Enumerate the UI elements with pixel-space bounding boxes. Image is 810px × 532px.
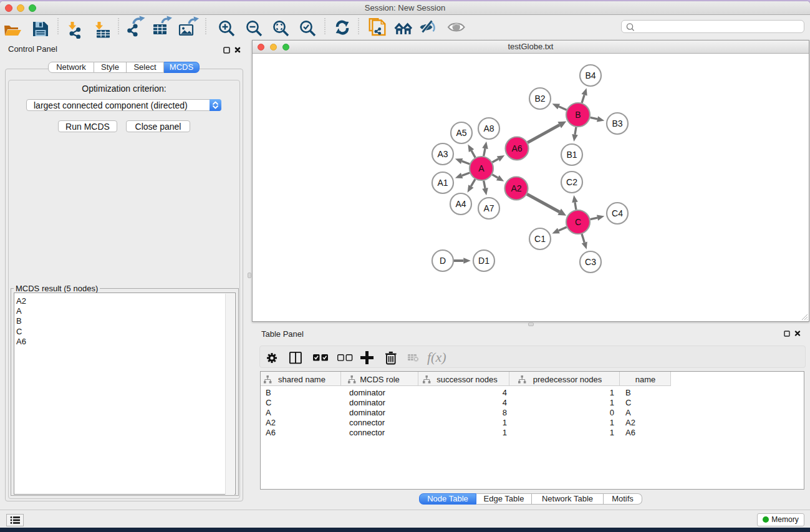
svg-text:C: C (575, 217, 581, 227)
svg-text:A2: A2 (511, 183, 521, 193)
svg-text:C3: C3 (585, 257, 596, 267)
svg-text:shared name: shared name (278, 375, 325, 384)
svg-text:B1: B1 (566, 150, 577, 160)
svg-text:D: D (440, 256, 446, 266)
svg-text:B3: B3 (612, 118, 622, 128)
svg-text:A: A (478, 163, 485, 173)
svg-text:name: name (635, 375, 656, 384)
svg-text:successor nodes: successor nodes (436, 375, 498, 384)
svg-text:A1: A1 (437, 178, 448, 188)
svg-text:A3: A3 (437, 149, 448, 159)
svg-text:B4: B4 (585, 70, 595, 80)
svg-text:MCDS role: MCDS role (360, 375, 400, 384)
svg-text:A8: A8 (483, 123, 494, 133)
svg-text:D1: D1 (478, 256, 489, 266)
svg-text:B: B (575, 110, 581, 120)
svg-text:B2: B2 (534, 94, 545, 104)
svg-text:A6: A6 (511, 143, 522, 153)
svg-text:A4: A4 (455, 199, 466, 209)
svg-text:C2: C2 (566, 177, 577, 187)
svg-text:C1: C1 (534, 234, 546, 244)
svg-text:predecessor nodes: predecessor nodes (533, 375, 602, 384)
svg-text:A5: A5 (456, 128, 466, 138)
svg-text:f(x): f(x) (427, 349, 446, 365)
svg-text:A7: A7 (483, 203, 494, 213)
svg-text:C4: C4 (612, 208, 623, 218)
